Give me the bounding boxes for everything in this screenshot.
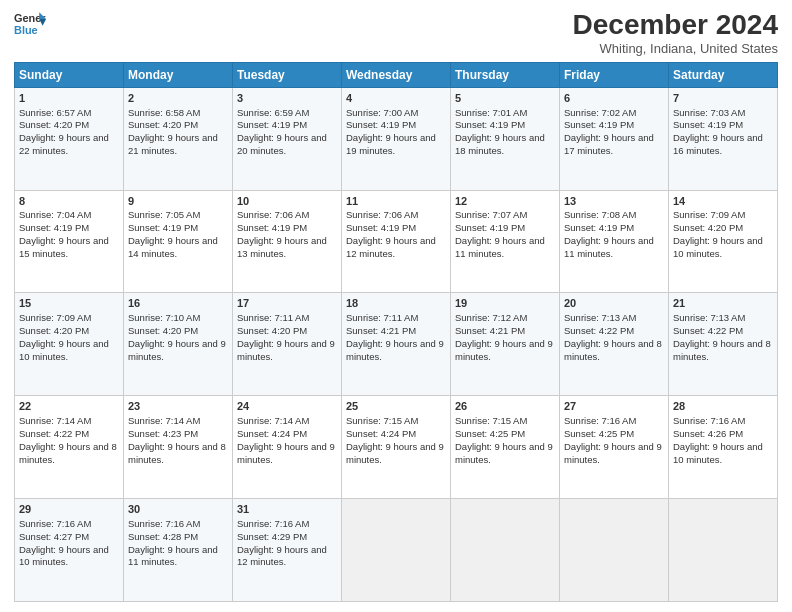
sunset: Sunset: 4:28 PM [128, 531, 198, 542]
daylight: Daylight: 9 hours and 9 minutes. [346, 338, 444, 362]
daylight: Daylight: 9 hours and 9 minutes. [128, 338, 226, 362]
sunrise: Sunrise: 7:03 AM [673, 107, 745, 118]
header-sunday: Sunday [15, 62, 124, 87]
weekday-header-row: Sunday Monday Tuesday Wednesday Thursday… [15, 62, 778, 87]
day-number: 4 [346, 91, 446, 106]
day-number: 16 [128, 296, 228, 311]
sunset: Sunset: 4:26 PM [673, 428, 743, 439]
calendar-cell: 17Sunrise: 7:11 AMSunset: 4:20 PMDayligh… [233, 293, 342, 396]
sunset: Sunset: 4:21 PM [455, 325, 525, 336]
sunset: Sunset: 4:19 PM [564, 222, 634, 233]
header-tuesday: Tuesday [233, 62, 342, 87]
sunrise: Sunrise: 6:57 AM [19, 107, 91, 118]
calendar-week-4: 22Sunrise: 7:14 AMSunset: 4:22 PMDayligh… [15, 396, 778, 499]
day-number: 9 [128, 194, 228, 209]
sunrise: Sunrise: 7:15 AM [346, 415, 418, 426]
day-number: 28 [673, 399, 773, 414]
calendar-cell: 16Sunrise: 7:10 AMSunset: 4:20 PMDayligh… [124, 293, 233, 396]
sunset: Sunset: 4:20 PM [19, 325, 89, 336]
day-number: 12 [455, 194, 555, 209]
daylight: Daylight: 9 hours and 9 minutes. [455, 338, 553, 362]
sunset: Sunset: 4:19 PM [455, 222, 525, 233]
day-number: 29 [19, 502, 119, 517]
title-block: December 2024 Whiting, Indiana, United S… [573, 10, 778, 56]
calendar-cell: 26Sunrise: 7:15 AMSunset: 4:25 PMDayligh… [451, 396, 560, 499]
calendar-table: Sunday Monday Tuesday Wednesday Thursday… [14, 62, 778, 602]
sunrise: Sunrise: 7:08 AM [564, 209, 636, 220]
calendar-cell: 31Sunrise: 7:16 AMSunset: 4:29 PMDayligh… [233, 499, 342, 602]
day-number: 19 [455, 296, 555, 311]
daylight: Daylight: 9 hours and 8 minutes. [128, 441, 226, 465]
sunset: Sunset: 4:19 PM [237, 222, 307, 233]
svg-text:Blue: Blue [14, 24, 38, 36]
calendar-week-2: 8Sunrise: 7:04 AMSunset: 4:19 PMDaylight… [15, 190, 778, 293]
daylight: Daylight: 9 hours and 10 minutes. [19, 338, 109, 362]
sunrise: Sunrise: 7:07 AM [455, 209, 527, 220]
header-wednesday: Wednesday [342, 62, 451, 87]
sunset: Sunset: 4:22 PM [19, 428, 89, 439]
day-number: 21 [673, 296, 773, 311]
calendar-cell: 20Sunrise: 7:13 AMSunset: 4:22 PMDayligh… [560, 293, 669, 396]
calendar-cell: 25Sunrise: 7:15 AMSunset: 4:24 PMDayligh… [342, 396, 451, 499]
sunset: Sunset: 4:19 PM [673, 119, 743, 130]
calendar-cell: 14Sunrise: 7:09 AMSunset: 4:20 PMDayligh… [669, 190, 778, 293]
daylight: Daylight: 9 hours and 9 minutes. [455, 441, 553, 465]
calendar-week-1: 1Sunrise: 6:57 AMSunset: 4:20 PMDaylight… [15, 87, 778, 190]
sunrise: Sunrise: 7:04 AM [19, 209, 91, 220]
daylight: Daylight: 9 hours and 11 minutes. [128, 544, 218, 568]
calendar-cell: 12Sunrise: 7:07 AMSunset: 4:19 PMDayligh… [451, 190, 560, 293]
sunset: Sunset: 4:19 PM [346, 222, 416, 233]
daylight: Daylight: 9 hours and 11 minutes. [564, 235, 654, 259]
logo: General Blue [14, 10, 46, 38]
sunset: Sunset: 4:19 PM [128, 222, 198, 233]
sunrise: Sunrise: 7:01 AM [455, 107, 527, 118]
calendar-cell: 3Sunrise: 6:59 AMSunset: 4:19 PMDaylight… [233, 87, 342, 190]
sunrise: Sunrise: 7:10 AM [128, 312, 200, 323]
day-number: 23 [128, 399, 228, 414]
header-friday: Friday [560, 62, 669, 87]
calendar-cell: 7Sunrise: 7:03 AMSunset: 4:19 PMDaylight… [669, 87, 778, 190]
logo-icon: General Blue [14, 10, 46, 38]
sunset: Sunset: 4:20 PM [128, 119, 198, 130]
calendar-cell: 21Sunrise: 7:13 AMSunset: 4:22 PMDayligh… [669, 293, 778, 396]
day-number: 14 [673, 194, 773, 209]
sunset: Sunset: 4:25 PM [455, 428, 525, 439]
sunset: Sunset: 4:21 PM [346, 325, 416, 336]
header-monday: Monday [124, 62, 233, 87]
day-number: 2 [128, 91, 228, 106]
day-number: 3 [237, 91, 337, 106]
calendar-cell [560, 499, 669, 602]
daylight: Daylight: 9 hours and 9 minutes. [237, 338, 335, 362]
sunrise: Sunrise: 7:16 AM [237, 518, 309, 529]
sunset: Sunset: 4:22 PM [564, 325, 634, 336]
day-number: 24 [237, 399, 337, 414]
sunrise: Sunrise: 7:06 AM [346, 209, 418, 220]
calendar-cell: 10Sunrise: 7:06 AMSunset: 4:19 PMDayligh… [233, 190, 342, 293]
calendar-cell: 22Sunrise: 7:14 AMSunset: 4:22 PMDayligh… [15, 396, 124, 499]
sunrise: Sunrise: 7:14 AM [128, 415, 200, 426]
calendar-cell: 6Sunrise: 7:02 AMSunset: 4:19 PMDaylight… [560, 87, 669, 190]
daylight: Daylight: 9 hours and 10 minutes. [673, 441, 763, 465]
calendar-week-5: 29Sunrise: 7:16 AMSunset: 4:27 PMDayligh… [15, 499, 778, 602]
daylight: Daylight: 9 hours and 12 minutes. [237, 544, 327, 568]
day-number: 6 [564, 91, 664, 106]
daylight: Daylight: 9 hours and 12 minutes. [346, 235, 436, 259]
daylight: Daylight: 9 hours and 20 minutes. [237, 132, 327, 156]
sunset: Sunset: 4:20 PM [19, 119, 89, 130]
calendar-cell: 13Sunrise: 7:08 AMSunset: 4:19 PMDayligh… [560, 190, 669, 293]
calendar-cell: 11Sunrise: 7:06 AMSunset: 4:19 PMDayligh… [342, 190, 451, 293]
sunset: Sunset: 4:22 PM [673, 325, 743, 336]
calendar-cell: 15Sunrise: 7:09 AMSunset: 4:20 PMDayligh… [15, 293, 124, 396]
day-number: 17 [237, 296, 337, 311]
daylight: Daylight: 9 hours and 9 minutes. [564, 441, 662, 465]
location: Whiting, Indiana, United States [573, 41, 778, 56]
sunset: Sunset: 4:27 PM [19, 531, 89, 542]
daylight: Daylight: 9 hours and 8 minutes. [673, 338, 771, 362]
calendar-cell: 24Sunrise: 7:14 AMSunset: 4:24 PMDayligh… [233, 396, 342, 499]
sunrise: Sunrise: 7:09 AM [673, 209, 745, 220]
calendar-page: General Blue December 2024 Whiting, Indi… [0, 0, 792, 612]
sunrise: Sunrise: 7:12 AM [455, 312, 527, 323]
daylight: Daylight: 9 hours and 19 minutes. [346, 132, 436, 156]
calendar-cell: 18Sunrise: 7:11 AMSunset: 4:21 PMDayligh… [342, 293, 451, 396]
sunrise: Sunrise: 7:06 AM [237, 209, 309, 220]
